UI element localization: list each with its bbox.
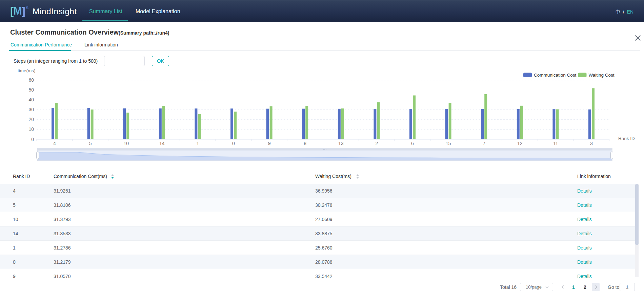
svg-text:14: 14 [159, 141, 165, 146]
svg-text:Communication Cost: Communication Cost [534, 73, 577, 78]
svg-text:0: 0 [232, 141, 235, 146]
svg-text:11: 11 [553, 141, 558, 146]
svg-text:12: 12 [517, 141, 523, 146]
svg-text:4: 4 [53, 141, 56, 146]
svg-text:60: 60 [28, 77, 34, 83]
svg-text:Waiting Cost: Waiting Cost [589, 73, 615, 78]
svg-text:10: 10 [123, 141, 129, 146]
svg-text:40: 40 [28, 97, 34, 102]
svg-text:0: 0 [31, 137, 34, 142]
svg-text:Rank ID: Rank ID [618, 136, 635, 141]
svg-text:3: 3 [590, 141, 593, 146]
svg-text:50: 50 [28, 87, 34, 93]
svg-text:7: 7 [483, 141, 485, 146]
svg-text:15: 15 [446, 141, 451, 146]
svg-text:8: 8 [304, 141, 306, 146]
svg-text:20: 20 [28, 117, 34, 122]
svg-text:time(ms): time(ms) [18, 68, 36, 73]
svg-text:30: 30 [28, 107, 34, 112]
svg-text:10: 10 [28, 126, 34, 132]
svg-text:1: 1 [197, 141, 199, 146]
svg-text:9: 9 [268, 141, 271, 146]
svg-text:6: 6 [411, 141, 414, 146]
svg-text:5: 5 [89, 141, 92, 146]
svg-text:2: 2 [376, 141, 378, 146]
svg-text:13: 13 [338, 141, 344, 146]
